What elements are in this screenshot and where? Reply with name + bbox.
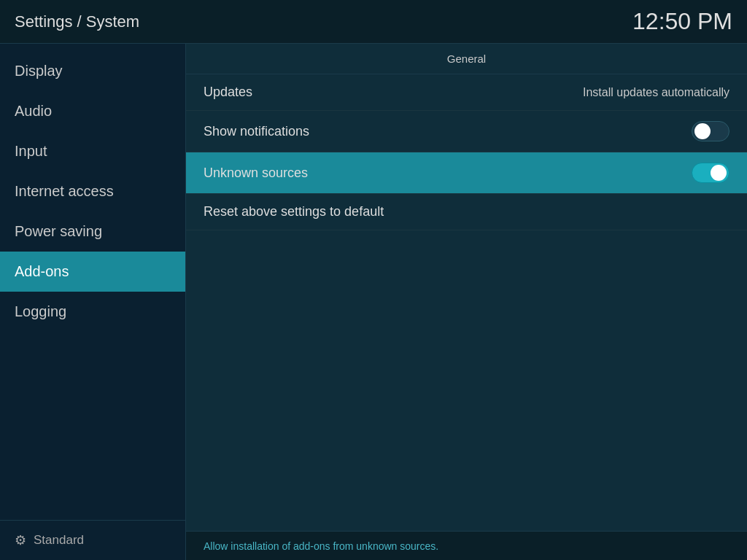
status-text: Allow installation of add-ons from unkno…: [204, 540, 438, 552]
sidebar-footer-label: Standard: [34, 533, 84, 548]
header: Settings / System 12:50 PM: [0, 0, 747, 44]
clock: 12:50 PM: [632, 8, 732, 35]
sidebar-item-add-ons[interactable]: Add-ons: [0, 252, 185, 292]
main-layout: DisplayAudioInputInternet accessPower sa…: [0, 44, 747, 560]
sidebar: DisplayAudioInputInternet accessPower sa…: [0, 44, 186, 560]
page-title: Settings / System: [15, 12, 139, 31]
sidebar-item-audio[interactable]: Audio: [0, 91, 185, 131]
settings-row-label-reset-settings: Reset above settings to default: [204, 204, 384, 219]
settings-row-show-notifications[interactable]: Show notifications: [186, 111, 747, 152]
sidebar-item-logging[interactable]: Logging: [0, 292, 185, 332]
sidebar-item-input[interactable]: Input: [0, 131, 185, 171]
settings-list: UpdatesInstall updates automaticallyShow…: [186, 74, 747, 230]
settings-row-label-updates: Updates: [204, 85, 252, 100]
toggle-show-notifications[interactable]: [692, 121, 729, 141]
settings-row-updates[interactable]: UpdatesInstall updates automatically: [186, 74, 747, 111]
sidebar-footer: ⚙ Standard: [0, 520, 185, 560]
toggle-unknown-sources[interactable]: [692, 163, 729, 183]
content-area: General UpdatesInstall updates automatic…: [186, 44, 747, 560]
settings-row-unknown-sources[interactable]: Unknown sources: [186, 152, 747, 194]
settings-row-value-updates: Install updates automatically: [583, 86, 729, 99]
sidebar-item-display[interactable]: Display: [0, 51, 185, 91]
toggle-knob-unknown-sources: [711, 165, 727, 181]
settings-row-reset-settings[interactable]: Reset above settings to default: [186, 194, 747, 230]
settings-row-label-show-notifications: Show notifications: [204, 124, 309, 139]
status-bar: Allow installation of add-ons from unkno…: [186, 531, 747, 560]
section-header: General: [186, 44, 747, 74]
gear-icon: ⚙: [15, 532, 26, 548]
content-inner: General UpdatesInstall updates automatic…: [186, 44, 747, 531]
sidebar-item-power-saving[interactable]: Power saving: [0, 211, 185, 252]
settings-row-label-unknown-sources: Unknown sources: [204, 166, 308, 181]
sidebar-item-internet-access[interactable]: Internet access: [0, 171, 185, 211]
toggle-knob-show-notifications: [694, 123, 711, 139]
sidebar-nav: DisplayAudioInputInternet accessPower sa…: [0, 44, 185, 332]
